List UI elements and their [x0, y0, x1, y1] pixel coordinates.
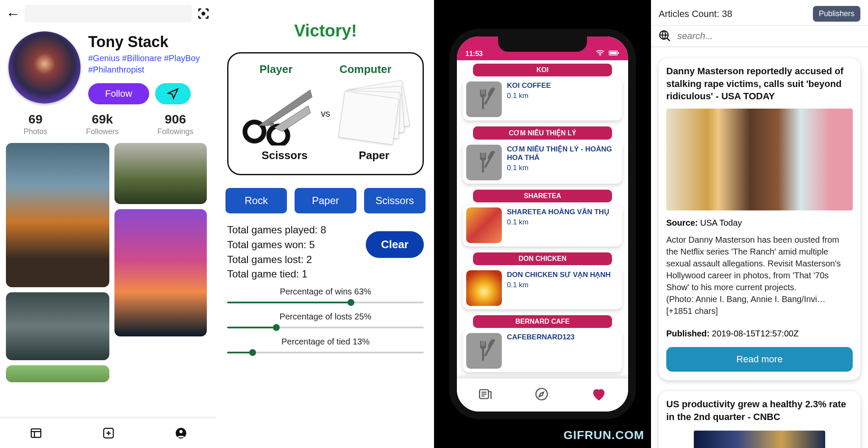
article-headline: US productivity grew a healthy 2.3% rate… [666, 398, 853, 423]
percentage-slider[interactable]: Percentage of tied 13% [227, 337, 424, 357]
svg-point-15 [536, 389, 547, 400]
restaurant-list[interactable]: KOIKOI COFFEE0.1 kmCƠM NIÊU THIỆN LÝCƠM … [457, 60, 628, 383]
bottom-tabs [457, 378, 628, 412]
svg-marker-7 [259, 90, 312, 126]
profile-tags-line1: #Genius #Billionare #PlayBoy [88, 53, 200, 63]
restaurant-section: CƠM NIÊU THIỆN LÝCƠM NIÊU THIỆN LÝ - HOÀ… [463, 126, 622, 184]
tab-favorites-icon[interactable] [590, 386, 607, 404]
restaurant-thumb [466, 270, 502, 306]
profile-screen: ← Tony Stack #Genius #Billionare #PlayBo… [0, 0, 217, 448]
rps-game-screen: Victory! Player Computer vs Scissors Pap… [217, 0, 434, 448]
status-time: 11:53 [465, 50, 483, 58]
article-description: Actor Danny Masterson has been ousted fr… [666, 234, 853, 317]
slider-label: Percentage of tied 13% [227, 337, 424, 347]
restaurant-distance: 0.1 km [507, 218, 619, 227]
scan-icon[interactable] [196, 6, 211, 21]
photo-item[interactable] [114, 143, 207, 204]
search-input[interactable] [677, 31, 860, 42]
stat-tied: Total game tied: 1 [227, 267, 360, 282]
restaurant-card[interactable]: DON CHICKEN SƯ VẠN HẠNH0.1 km [463, 267, 622, 309]
avatar[interactable] [8, 31, 81, 104]
stat-followings[interactable]: 906 Followings [157, 112, 193, 136]
photo-item[interactable] [6, 143, 109, 287]
article-headline: Danny Masterson reportedly accused of st… [666, 65, 853, 103]
svg-point-0 [202, 12, 205, 15]
phone-frame: 11:53 KOIKOI COFFEE0.1 kmCƠM NIÊU THIỆN … [449, 29, 636, 419]
nav-add-icon[interactable] [101, 426, 116, 441]
section-badge: CƠM NIÊU THIỆN LÝ [473, 126, 612, 140]
restaurant-title: CAFEBERNARD123 [507, 333, 619, 342]
status-icons [596, 50, 620, 58]
vs-label: vs [321, 108, 330, 119]
stat-lost: Total games lost: 2 [227, 252, 360, 267]
game-result-title: Victory! [217, 21, 434, 40]
nav-profile-icon[interactable] [173, 426, 189, 441]
slider-label: Percentage of wins 63% [227, 287, 424, 297]
phone-notch [498, 36, 587, 52]
nav-home-icon[interactable] [28, 426, 44, 441]
restaurant-title: CƠM NIÊU THIỆN LÝ - HOÀNG HOA THÁ [507, 145, 619, 162]
globe-search-icon[interactable] [659, 30, 671, 42]
rock-button[interactable]: Rock [225, 188, 287, 213]
article-image [694, 431, 825, 448]
restaurant-section: DON CHICKENDON CHICKEN SƯ VẠN HẠNH0.1 km [463, 252, 622, 309]
photo-item[interactable] [114, 209, 207, 336]
svg-rect-12 [610, 52, 617, 54]
profile-topbar: ← [0, 0, 217, 27]
restaurant-card[interactable]: KOI COFFEE0.1 km [463, 78, 622, 120]
svg-rect-1 [31, 429, 41, 437]
stat-played: Total games played: 8 [227, 223, 360, 238]
game-card: Player Computer vs Scissors Paper [227, 52, 424, 175]
publishers-button[interactable]: Publishers [813, 6, 860, 22]
restaurant-section: SHARETEASHARETEA HOÀNG VĂN THỤ0.1 km [463, 190, 622, 246]
article-source: Source: USA Today [666, 218, 853, 228]
stat-photos[interactable]: 69 Photos [24, 112, 47, 136]
player-choice: Scissors [262, 149, 307, 162]
clear-button[interactable]: Clear [366, 231, 424, 258]
article-card[interactable]: US productivity grew a healthy 2.3% rate… [659, 391, 860, 448]
section-badge: SHARETEA [473, 190, 612, 202]
photo-item[interactable] [6, 292, 109, 360]
computer-choice: Paper [359, 149, 389, 162]
restaurant-card[interactable]: CAFEBERNARD123 [463, 330, 622, 372]
scissors-icon [236, 82, 317, 146]
section-badge: BERNARD CAFE [473, 315, 612, 328]
percentage-slider[interactable]: Percentage of wins 63% [227, 287, 424, 307]
paper-button[interactable]: Paper [295, 188, 356, 213]
follow-button[interactable]: Follow [88, 83, 149, 104]
profile-name: Tony Stack [88, 33, 209, 51]
back-arrow-icon[interactable]: ← [6, 6, 20, 22]
restaurant-card[interactable]: SHARETEA HOÀNG VĂN THỤ0.1 km [463, 204, 622, 246]
svg-point-10 [599, 55, 601, 56]
game-stats: Total games played: 8 Total games won: 5… [227, 223, 360, 282]
profile-tags: #Genius #Billionare #PlayBoy #Philanthro… [88, 53, 209, 76]
restaurant-thumb [466, 145, 502, 180]
svg-point-9 [269, 121, 274, 126]
restaurant-thumb [466, 333, 502, 369]
percentage-slider[interactable]: Percentage of losts 25% [227, 312, 424, 332]
tab-explore-icon[interactable] [534, 386, 549, 403]
search-input[interactable] [25, 5, 192, 22]
restaurant-title: KOI COFFEE [507, 81, 619, 90]
tab-news-icon[interactable] [478, 386, 493, 403]
restaurant-section: BERNARD CAFECAFEBERNARD123 [463, 315, 622, 372]
scissors-button[interactable]: Scissors [364, 188, 426, 213]
article-image [666, 109, 853, 210]
section-badge: DON CHICKEN [473, 252, 612, 265]
send-message-button[interactable] [155, 83, 191, 104]
article-card[interactable]: Danny Masterson reportedly accused of st… [659, 58, 860, 380]
read-more-button[interactable]: Read more [666, 347, 853, 372]
paper-plane-icon [167, 87, 179, 100]
profile-tags-line2: #Philanthropist [88, 65, 144, 74]
stat-won: Total games won: 5 [227, 238, 360, 252]
photo-grid [0, 139, 217, 386]
restaurant-distance: 0.1 km [507, 92, 619, 100]
restaurant-title: SHARETEA HOÀNG VĂN THỤ [507, 207, 619, 216]
stat-followers[interactable]: 69k Followers [86, 112, 119, 136]
battery-icon [609, 50, 620, 56]
restaurant-title: DON CHICKEN SƯ VẠN HẠNH [507, 270, 619, 279]
restaurant-card[interactable]: CƠM NIÊU THIỆN LÝ - HOÀNG HOA THÁ0.1 km [463, 141, 622, 184]
restaurant-thumb [466, 207, 502, 243]
photo-item[interactable] [6, 365, 109, 382]
slider-label: Percentage of losts 25% [227, 312, 424, 322]
